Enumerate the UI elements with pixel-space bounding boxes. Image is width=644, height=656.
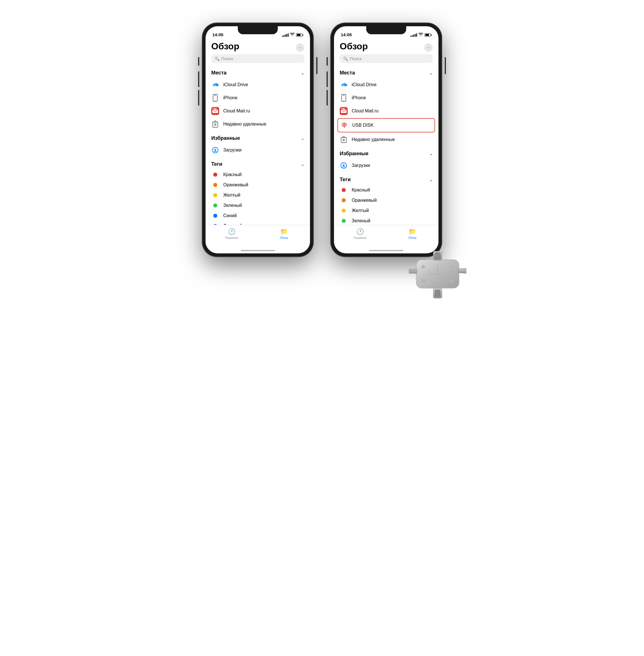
more-dots-icon: ···: [427, 45, 430, 50]
list-item-cloudmail[interactable]: Cloud Mail.ru: [334, 104, 438, 118]
list-item-icloud[interactable]: iCloud Drive: [334, 78, 438, 91]
wifi-icon: [418, 33, 423, 37]
blue-dot-icon: [213, 214, 217, 218]
section-favorites: Избранные ⌄ Загрузки: [334, 147, 438, 172]
item-label-iphone: iPhone: [223, 95, 237, 100]
item-label-red: Красный: [352, 187, 370, 193]
volume-down-button: [198, 90, 199, 106]
content-area: Обзор ··· 🔍 Поиск Места: [334, 39, 438, 225]
search-bar[interactable]: 🔍 Поиск: [211, 54, 304, 63]
search-bar[interactable]: 🔍 Поиск: [340, 54, 433, 63]
item-label-downloads: Загрузки: [352, 163, 370, 168]
svg-rect-22: [435, 290, 440, 297]
list-item-orange[interactable]: Оранжевый: [334, 195, 438, 206]
item-label-blue: Синий: [223, 213, 237, 218]
list-item-downloads[interactable]: Загрузки: [206, 143, 310, 157]
item-label-yellow: Желтый: [352, 208, 369, 213]
more-button[interactable]: ···: [424, 43, 433, 52]
section-tags: Теги ⌄ Красный Оранжевый Желтый: [334, 173, 438, 225]
signal-bar-0: [282, 36, 283, 37]
more-dots-icon: ···: [298, 45, 302, 50]
section-title-tags: Теги: [340, 177, 351, 183]
tab-browse[interactable]: 📁 Обзор: [386, 228, 438, 239]
item-label-downloads: Загрузки: [223, 147, 242, 153]
page-header: Обзор ···: [206, 39, 310, 53]
list-item-red[interactable]: Красный: [334, 185, 438, 195]
battery-tip: [431, 34, 432, 36]
page-title: Обзор: [211, 41, 239, 52]
home-bar: [240, 250, 275, 251]
chevron-icon-places: ⌄: [429, 71, 433, 75]
item-label-iphone: iPhone: [352, 95, 366, 100]
more-button[interactable]: ···: [296, 43, 304, 52]
list-item-orange[interactable]: Оранжевый: [206, 180, 310, 190]
item-label-red: Красный: [223, 172, 242, 177]
list-item-downloads[interactable]: Загрузки: [334, 159, 438, 172]
svg-rect-9: [343, 100, 344, 101]
trash-icon: [340, 136, 348, 143]
item-label-trash: Недавно удаленные: [223, 121, 266, 127]
list-item-icloud[interactable]: iCloud Drive: [206, 78, 310, 91]
green-dot-icon: [213, 204, 217, 207]
item-label-green: Зеленый: [352, 218, 370, 224]
list-item-yellow[interactable]: Желтый: [334, 206, 438, 216]
list-item-yellow[interactable]: Желтый: [206, 190, 310, 200]
list-item-cloudmail[interactable]: Cloud Mail.ru: [206, 104, 310, 118]
tab-bar: 🕐 Недавние 📁 Обзор: [334, 225, 438, 248]
list-item-blue[interactable]: Синий: [206, 211, 310, 221]
mute-button: [198, 57, 199, 66]
usb-icon: [340, 121, 348, 129]
section-header-places[interactable]: Места ⌄: [334, 67, 438, 78]
section-header-tags[interactable]: Теги ⌄: [206, 158, 310, 169]
wifi-icon: [290, 33, 295, 37]
list-item-green[interactable]: Зеленый: [334, 216, 438, 225]
list-item-trash[interactable]: Недавно удаленные: [206, 118, 310, 131]
section-header-favorites[interactable]: Избранные ⌄: [206, 132, 310, 143]
tab-label-browse: Обзор: [408, 236, 416, 239]
svg-point-19: [422, 280, 425, 282]
chevron-icon-favorites: ⌄: [429, 151, 433, 156]
svg-rect-26: [435, 253, 440, 259]
tab-icon-browse: 📁: [280, 228, 288, 235]
list-item-usb_disk[interactable]: USB DISK: [338, 118, 435, 133]
tab-recent[interactable]: 🕐 Недавние: [334, 228, 386, 239]
section-title-places: Места: [340, 70, 355, 76]
volume-down-button: [327, 90, 328, 106]
tab-label-recent: Недавние: [354, 236, 367, 239]
power-button: [445, 57, 446, 74]
item-label-trash: Недавно удаленные: [352, 137, 395, 142]
status-time: 14:05: [212, 32, 223, 37]
usb-drive: [408, 251, 465, 308]
red-dot-icon: [342, 188, 346, 192]
tab-browse[interactable]: 📁 Обзор: [258, 228, 310, 239]
section-header-favorites[interactable]: Избранные ⌄: [334, 147, 438, 159]
list-item-trash[interactable]: Недавно удаленные: [334, 133, 438, 146]
list-item-red[interactable]: Красный: [206, 169, 310, 180]
svg-rect-2: [215, 100, 216, 101]
list-item-purple[interactable]: Лиловый: [206, 221, 310, 225]
orange-dot-icon: [213, 183, 217, 187]
section-title-favorites: Избранные: [340, 151, 369, 157]
status-icons: [411, 33, 432, 37]
section-header-tags[interactable]: Теги ⌄: [334, 173, 438, 185]
tab-icon-recent: 🕐: [228, 228, 235, 235]
list-item-green[interactable]: Зеленый: [206, 200, 310, 211]
section-favorites: Избранные ⌄ Загрузки: [206, 132, 310, 157]
battery: [424, 33, 432, 37]
signal-bars: [282, 33, 289, 37]
notch: [238, 26, 278, 34]
list-item-iphone[interactable]: iPhone: [206, 91, 310, 104]
svg-rect-8: [343, 95, 345, 96]
item-label-yellow: Желтый: [223, 193, 240, 198]
svg-rect-1: [214, 95, 216, 96]
notch: [366, 26, 406, 34]
tab-label-recent: Недавние: [225, 236, 238, 239]
orange-dot-icon: [342, 198, 346, 202]
list-item-iphone[interactable]: iPhone: [334, 91, 438, 104]
section-title-tags: Теги: [211, 161, 222, 167]
signal-bar-3: [286, 34, 287, 37]
section-header-places[interactable]: Места ⌄: [206, 67, 310, 78]
tab-recent[interactable]: 🕐 Недавние: [206, 228, 258, 239]
page-header: Обзор ···: [334, 39, 438, 53]
red-dot-icon: [213, 173, 217, 177]
